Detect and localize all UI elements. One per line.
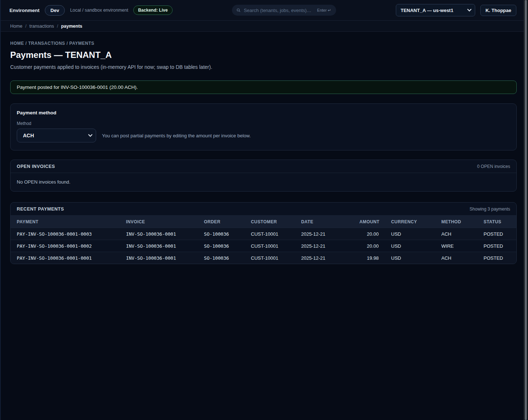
- open-invoices-card: OPEN INVOICES 0 OPEN invoices No OPEN in…: [10, 160, 517, 192]
- scrollbar-thumb[interactable]: [525, 0, 527, 420]
- col-header-order: ORDER: [198, 216, 245, 228]
- partial-payments-help-text: You can post partial payments by editing…: [102, 133, 251, 138]
- success-alert: Payment posted for INV-SO-100036-0001 (2…: [10, 81, 517, 94]
- recent-payments-header: RECENT PAYMENTS Showing 3 payments: [11, 203, 516, 216]
- cell-status: POSTED: [477, 240, 516, 252]
- top-bar: Environment Dev Local / sandbox environm…: [1, 0, 524, 21]
- cell-amount: 19.98: [353, 252, 385, 264]
- cell-payment-id: PAY-INV-SO-100036-0001-0003: [11, 228, 120, 240]
- scrollbar[interactable]: [524, 0, 528, 420]
- cell-status: POSTED: [477, 252, 516, 264]
- search-box[interactable]: Enter ↵: [232, 5, 336, 16]
- environment-note: Local / sandbox environment: [70, 8, 128, 13]
- col-header-status: STATUS: [477, 216, 516, 228]
- cell-payment-id: PAY-INV-SO-100036-0001-0001: [11, 252, 120, 264]
- col-header-currency: CURRENCY: [385, 216, 435, 228]
- breadcrumb: Home / transactions / payments: [1, 21, 524, 32]
- cell-method: ACH: [435, 252, 477, 264]
- cell-payment-id: PAY-INV-SO-100036-0001-0002: [11, 240, 120, 252]
- page-title: Payments — TENANT_A: [10, 50, 517, 60]
- recent-payments-title: RECENT PAYMENTS: [17, 207, 64, 212]
- environment-group: Environment Dev Local / sandbox environm…: [9, 5, 173, 16]
- col-header-customer: CUSTOMER: [245, 216, 295, 228]
- cell-date: 2025-12-21: [295, 252, 353, 264]
- open-invoices-header: OPEN INVOICES 0 OPEN invoices: [11, 160, 516, 173]
- method-row: ACH You can post partial payments by edi…: [17, 129, 510, 142]
- cell-currency: USD: [385, 252, 435, 264]
- cell-amount: 20.00: [353, 228, 385, 240]
- cell-customer: CUST-10001: [245, 228, 295, 240]
- cell-date: 2025-12-21: [295, 240, 353, 252]
- open-invoices-title: OPEN INVOICES: [17, 164, 55, 169]
- breadcrumb-current: payments: [61, 24, 82, 29]
- table-row: PAY-INV-SO-100036-0001-0001 INV-SO-10003…: [11, 252, 516, 264]
- backend-live-badge: Backend: Live: [133, 5, 172, 15]
- table-row: PAY-INV-SO-100036-0001-0003 INV-SO-10003…: [11, 228, 516, 240]
- col-header-amount: AMOUNT: [353, 216, 385, 228]
- cell-invoice-id: INV-SO-100036-0001: [120, 240, 198, 252]
- environment-label: Environment: [9, 8, 40, 13]
- cell-order-id: SO-100036: [198, 228, 245, 240]
- search-icon: [236, 8, 241, 12]
- recent-payments-count: Showing 3 payments: [470, 207, 510, 212]
- breadcrumb-separator: /: [57, 24, 58, 29]
- env-dev-badge: Dev: [45, 5, 65, 16]
- col-header-date: DATE: [295, 216, 353, 228]
- open-invoices-empty-state: No OPEN invoices found.: [11, 173, 516, 191]
- payments-table: PAYMENT INVOICE ORDER CUSTOMER DATE AMOU…: [11, 216, 516, 264]
- payment-method-card: Payment method Method ACH You can post p…: [10, 103, 517, 150]
- table-row: PAY-INV-SO-100036-0001-0002 INV-SO-10003…: [11, 240, 516, 252]
- tenant-select-wrap: TENANT_A — us-west1: [396, 4, 475, 16]
- main-content: HOME / TRANSACTIONS / PAYMENTS Payments …: [1, 32, 524, 264]
- cell-invoice-id: INV-SO-100036-0001: [120, 252, 198, 264]
- breadcrumb-separator: /: [25, 24, 26, 29]
- cell-status: POSTED: [477, 228, 516, 240]
- cell-order-id: SO-100036: [198, 240, 245, 252]
- cell-currency: USD: [385, 240, 435, 252]
- cell-date: 2025-12-21: [295, 228, 353, 240]
- cell-invoice-id: INV-SO-100036-0001: [120, 228, 198, 240]
- cell-method: WIRE: [435, 240, 477, 252]
- col-header-payment: PAYMENT: [11, 216, 120, 228]
- cell-customer: CUST-10001: [245, 240, 295, 252]
- cell-customer: CUST-10001: [245, 252, 295, 264]
- app-window: Environment Dev Local / sandbox environm…: [0, 0, 524, 420]
- breadcrumb-home-link[interactable]: Home: [10, 24, 22, 29]
- method-select-wrap: ACH: [17, 129, 96, 142]
- user-button[interactable]: K. Thoppae: [480, 5, 516, 16]
- method-select[interactable]: ACH: [17, 129, 96, 142]
- table-header-row: PAYMENT INVOICE ORDER CUSTOMER DATE AMOU…: [11, 216, 516, 228]
- search-enter-hint: Enter ↵: [317, 8, 331, 13]
- open-invoices-count: 0 OPEN invoices: [477, 164, 510, 169]
- search-input[interactable]: [244, 8, 314, 13]
- cell-currency: USD: [385, 228, 435, 240]
- method-label: Method: [17, 121, 510, 126]
- cell-method: ACH: [435, 228, 477, 240]
- payment-method-title: Payment method: [17, 110, 510, 115]
- cell-order-id: SO-100036: [198, 252, 245, 264]
- search-area: Enter ↵: [177, 5, 392, 16]
- recent-payments-card: RECENT PAYMENTS Showing 3 payments PAYME…: [10, 202, 517, 264]
- col-header-invoice: INVOICE: [120, 216, 198, 228]
- page-eyebrow-breadcrumb: HOME / TRANSACTIONS / PAYMENTS: [10, 41, 517, 46]
- topbar-controls: TENANT_A — us-west1 K. Thoppae: [396, 4, 516, 16]
- tenant-select[interactable]: TENANT_A — us-west1: [396, 4, 475, 16]
- breadcrumb-transactions-link[interactable]: transactions: [29, 24, 54, 29]
- cell-amount: 20.00: [353, 240, 385, 252]
- page-subtitle: Customer payments applied to invoices (i…: [10, 64, 517, 70]
- col-header-method: METHOD: [435, 216, 477, 228]
